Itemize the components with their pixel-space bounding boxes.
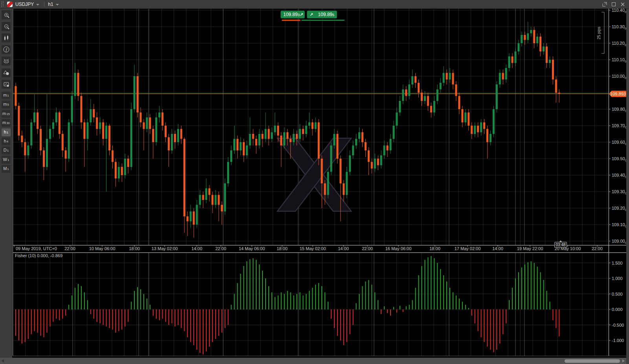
svg-text:13 May 02:00: 13 May 02:00 [152, 246, 178, 251]
timeframe-h1-button[interactable]: h1 [2, 128, 11, 136]
timeframe-label: W1 [3, 156, 9, 164]
close-icon[interactable] [620, 2, 625, 7]
timeframe-label: m5 [3, 101, 9, 108]
chevron-down-icon[interactable] [56, 4, 59, 5]
indicators-button[interactable]: f [2, 45, 11, 54]
chevron-down-icon[interactable] [36, 4, 39, 5]
timeframe-h4-button[interactable]: h4 [2, 137, 11, 145]
horizontal-scrollbar[interactable] [0, 358, 626, 364]
timeframe-m15-button[interactable]: m15 [2, 110, 11, 118]
timeframe-label: D1 [4, 146, 9, 154]
svg-text:18:00: 18:00 [277, 246, 288, 251]
timeframe-W1-button[interactable]: W1 [2, 156, 11, 164]
svg-text:14:00: 14:00 [191, 246, 202, 251]
indicators-icon: f [3, 46, 10, 53]
svg-text:109.500: 109.500 [612, 156, 627, 162]
timeframe-m1-button[interactable]: m1 [2, 91, 11, 99]
maximize-icon[interactable] [611, 2, 616, 7]
zoom-out-button[interactable] [2, 22, 11, 31]
zoom-in-button[interactable] [2, 10, 11, 19]
pip-scale-widget: 25 pips [597, 12, 604, 53]
drag-grip-icon[interactable] [1, 1, 4, 7]
buy-button[interactable]: ↗ 109.895 [307, 11, 337, 18]
svg-text:14 May 06:00: 14 May 06:00 [239, 246, 265, 251]
buy-pip-digit: 5 [332, 13, 334, 17]
timeframe-m5-button[interactable]: m5 [2, 101, 11, 108]
quote-widget: 109.893 ↗ ↗ 109.895 [280, 11, 345, 21]
timeframe-M1-button[interactable]: M1 [2, 165, 11, 173]
buy-price: 109.89 [318, 12, 332, 17]
svg-text:25 pips: 25 pips [597, 27, 601, 39]
chart-type-button[interactable] [2, 33, 11, 42]
drawing-tools-button[interactable] [2, 68, 11, 77]
zoom-in-icon [3, 11, 10, 18]
drawing-tools-icon [3, 69, 10, 76]
timeframe-label: m30 [2, 119, 10, 127]
indicator-label: Fisher (10) 0.000, -0.869 [15, 253, 62, 258]
fisher-histogram-layer[interactable] [15, 256, 559, 354]
svg-text:109.100: 109.100 [612, 222, 627, 228]
svg-text:110.000: 110.000 [612, 74, 627, 80]
svg-text:0.000: 0.000 [612, 307, 623, 312]
scroll-left-arrow-icon[interactable] [2, 359, 4, 362]
svg-text:109.700: 109.700 [612, 123, 627, 129]
sentiment-sell-bar [282, 20, 301, 21]
svg-text:1.500: 1.500 [612, 261, 623, 265]
svg-text:09 May 2019, UTC+0: 09 May 2019, UTC+0 [16, 246, 57, 251]
svg-text:110.200: 110.200 [612, 41, 627, 47]
fisher-axis[interactable]: 1.5001.0000.5000.000-0.500-1.000 [609, 261, 624, 343]
svg-text:-1.000: -1.000 [612, 338, 624, 343]
svg-text:17 May 02:00: 17 May 02:00 [455, 246, 481, 251]
timeframe-D1-button[interactable]: D1 [2, 146, 11, 154]
left-toolbar: fm1m5m15m30h1h4D1W1M1 [0, 9, 12, 358]
svg-text:16 May 06:00: 16 May 06:00 [385, 246, 412, 251]
timeframe-label: h1 [4, 128, 9, 136]
svg-text:110.300: 110.300 [612, 24, 627, 30]
chart-type-icon [3, 35, 10, 42]
zoom-out-icon [3, 23, 10, 30]
buy-arrow-icon: ↗ [310, 12, 313, 17]
titlebar-divider [44, 2, 44, 7]
svg-text:109.000: 109.000 [612, 239, 627, 245]
timeframe-selector[interactable]: h1 [48, 2, 53, 7]
timeframe-label: m1 [3, 91, 9, 99]
symbol-flag-icon [7, 2, 13, 7]
svg-text:14:00: 14:00 [338, 246, 349, 251]
chart-settings-button[interactable] [2, 80, 11, 89]
cbots-button[interactable] [2, 57, 11, 66]
svg-text:f: f [6, 47, 7, 52]
svg-text:0.500: 0.500 [612, 292, 623, 296]
sell-button[interactable]: 109.893 ↗ [281, 11, 305, 18]
time-axis[interactable]: 09 May 2019, UTC+022:0010 May 06:0018:00… [14, 245, 603, 251]
svg-text:22:00: 22:00 [592, 246, 603, 251]
svg-text:10 May 06:00: 10 May 06:00 [89, 246, 116, 251]
timeframe-label: M1 [3, 165, 9, 173]
symbol-selector[interactable]: USDJPY [15, 2, 34, 7]
svg-text:18:00: 18:00 [429, 246, 440, 251]
sentiment-buy-bar [301, 20, 345, 21]
price-chart-canvas[interactable]: 110.400110.300110.200110.100110.000109.8… [0, 0, 629, 364]
scrollbar-thumb[interactable] [565, 359, 620, 363]
svg-text:18:00: 18:00 [129, 246, 140, 251]
titlebar: USDJPY h1 [0, 0, 629, 9]
svg-text:109.200: 109.200 [612, 206, 627, 212]
svg-text:109.800: 109.800 [612, 107, 627, 113]
timeframe-m30-button[interactable]: m30 [2, 119, 11, 127]
scroll-right-arrow-icon[interactable] [622, 359, 625, 362]
sell-arrow-icon: ↗ [300, 12, 303, 17]
spot-price-lines [13, 93, 609, 94]
svg-text:14:00: 14:00 [492, 246, 503, 251]
svg-text:109.400: 109.400 [612, 173, 627, 179]
svg-text:19 May 22:00: 19 May 22:00 [517, 246, 543, 251]
price-axis[interactable]: 110.400110.300110.200110.100110.000109.8… [609, 8, 627, 245]
window-right-border [626, 9, 629, 364]
cbots-icon [3, 58, 10, 65]
svg-text:22:00: 22:00 [215, 246, 226, 251]
chart-settings-icon [3, 81, 10, 88]
svg-text:109.300: 109.300 [612, 189, 627, 195]
timeframe-label: h4 [4, 137, 9, 145]
popout-icon[interactable] [602, 2, 607, 7]
bar-countdown: 03:48 [554, 242, 567, 248]
svg-text:22:00: 22:00 [362, 246, 373, 251]
svg-text:1.000: 1.000 [612, 276, 623, 281]
